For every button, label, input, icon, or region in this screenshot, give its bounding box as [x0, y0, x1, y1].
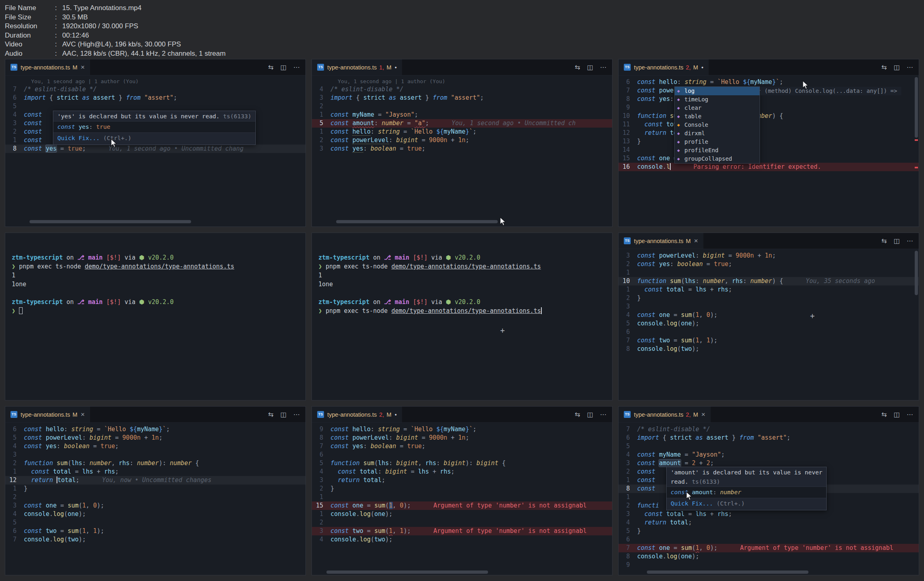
- more-actions-icon[interactable]: ⋯: [907, 63, 913, 71]
- horizontal-scrollbar[interactable]: [29, 220, 191, 223]
- horizontal-scrollbar[interactable]: [326, 571, 488, 574]
- suggest-item-Console[interactable]: ◆Console: [675, 121, 760, 129]
- code-token: );: [78, 510, 86, 518]
- tab-close-icon[interactable]: ×: [81, 64, 85, 71]
- code-token: =: [681, 451, 692, 458]
- tab-dirty-indicator[interactable]: ●: [395, 413, 397, 417]
- editor-tab[interactable]: TStype-annotations.tsM×: [5, 407, 90, 422]
- file-path-link[interactable]: demo/type-annotations/type-annotations.t…: [391, 307, 541, 315]
- split-editor-icon[interactable]: ◫: [280, 411, 286, 418]
- suggest-item-timeLog[interactable]: ◆timeLog: [675, 95, 760, 104]
- tab-dirty-indicator[interactable]: ●: [701, 65, 703, 69]
- split-editor-icon[interactable]: ◫: [894, 63, 900, 71]
- line-number: 3: [5, 451, 24, 459]
- suggest-item-table[interactable]: ◆table: [675, 112, 760, 121]
- more-actions-icon[interactable]: ⋯: [293, 63, 300, 71]
- method-icon: ◆: [677, 146, 684, 155]
- terminal-area[interactable]: ztm-typescript on ⎇ main [$!] via ⬢ v20.…: [312, 233, 612, 400]
- line-number: 7: [619, 425, 637, 434]
- split-editor-icon[interactable]: ◫: [280, 63, 286, 71]
- terminal-line: 1one: [318, 280, 612, 289]
- code-token: const: [24, 502, 46, 509]
- open-changes-icon[interactable]: ⇆: [268, 63, 273, 71]
- code-line: 4const myName = "Jayson";: [619, 451, 919, 459]
- code-line: 5console.log(one);: [619, 319, 919, 328]
- tab-problem-count: 2,: [379, 411, 384, 418]
- suggest-item-label: table: [684, 112, 701, 121]
- split-editor-icon[interactable]: ◫: [587, 63, 593, 71]
- more-actions-icon[interactable]: ⋯: [293, 411, 300, 418]
- diagnostic-message: 'amount' is declared but its value is ne…: [671, 469, 822, 476]
- vertical-scrollbar[interactable]: [915, 77, 918, 138]
- split-editor-icon[interactable]: ◫: [587, 411, 593, 418]
- code-token: number: [703, 277, 725, 285]
- suggest-item-dirxml[interactable]: ◆dirxml: [675, 129, 760, 138]
- code-token: (: [692, 311, 695, 319]
- quick-fix-link[interactable]: Quick Fix...: [671, 500, 713, 507]
- editor-tab[interactable]: TStype-annotations.tsM×: [5, 59, 90, 75]
- code-token: =: [396, 443, 407, 450]
- open-changes-icon[interactable]: ⇆: [881, 63, 886, 71]
- horizontal-scrollbar[interactable]: [647, 571, 808, 574]
- suggest-item-label: profile: [684, 138, 708, 146]
- open-changes-icon[interactable]: ⇆: [575, 63, 580, 71]
- code-token: .: [663, 345, 666, 352]
- open-changes-icon[interactable]: ⇆: [881, 237, 886, 245]
- quick-fix-link[interactable]: Quick Fix...: [57, 135, 100, 141]
- split-editor-icon[interactable]: ◫: [894, 411, 900, 418]
- code-token: yes: [78, 124, 89, 130]
- code-token: +: [447, 434, 458, 441]
- code-token: +: [93, 468, 104, 475]
- line-number: 6: [619, 434, 637, 442]
- code-text: const powerLevel: bigint = 9000n + 1n;: [330, 434, 469, 442]
- file-path-link[interactable]: demo/type-annotations/type-annotations.t…: [391, 263, 541, 270]
- suggest-item-log[interactable]: ◆log(method) Console.log(...data: any[])…: [675, 87, 760, 95]
- suggest-item-clear[interactable]: ◆clear: [675, 104, 760, 112]
- code-token: );: [710, 337, 718, 344]
- code-token: /* eslint-disable */: [330, 86, 404, 93]
- more-actions-icon[interactable]: ⋯: [907, 411, 913, 418]
- tab-problem-count: 2,: [686, 64, 691, 71]
- git-codelens[interactable]: You, 1 second ago | 1 author (You): [312, 77, 612, 85]
- code-token: ${: [436, 426, 444, 433]
- horizontal-scrollbar[interactable]: [336, 220, 498, 223]
- line-number: 4: [312, 85, 330, 94]
- code-token: }: [159, 426, 162, 433]
- suggest-item-profile[interactable]: ◆profile: [675, 138, 760, 146]
- editor-tab[interactable]: TStype-annotations.tsM×: [619, 233, 703, 249]
- tab-close-icon[interactable]: ×: [81, 411, 85, 418]
- vertical-scrollbar[interactable]: [915, 251, 918, 295]
- code-line: 4const yes: boolean = true;: [5, 442, 305, 451]
- tab-close-icon[interactable]: ×: [694, 237, 698, 244]
- suggest-item-groupCollapsed[interactable]: ◆groupCollapsed: [675, 155, 760, 163]
- code-token: log: [666, 345, 677, 352]
- split-editor-icon[interactable]: ◫: [894, 237, 900, 245]
- terminal-area[interactable]: ztm-typescript on ⎇ main [$!] via ⬢ v20.…: [5, 233, 305, 400]
- open-changes-icon[interactable]: ⇆: [881, 411, 886, 418]
- more-actions-icon[interactable]: ⋯: [907, 237, 913, 245]
- more-actions-icon[interactable]: ⋯: [600, 411, 606, 418]
- code-text: ztm-typescript on ⎇ main [$!] via ⬢ v20.…: [318, 253, 480, 262]
- editor-tab[interactable]: TStype-annotations.ts2,M●: [619, 59, 709, 75]
- code-text: /* eslint-disable */: [24, 85, 97, 94]
- code-token: =: [404, 120, 415, 127]
- more-actions-icon[interactable]: ⋯: [600, 63, 606, 71]
- open-changes-icon[interactable]: ⇆: [268, 411, 273, 418]
- editor-tab[interactable]: TStype-annotations.ts1,M●: [312, 59, 402, 75]
- suggest-item-profileEnd[interactable]: ◆profileEnd: [675, 146, 760, 155]
- tab-close-icon[interactable]: ×: [701, 411, 705, 418]
- code-token: sum: [670, 277, 681, 285]
- tab-git-status: M: [693, 411, 698, 418]
- tab-dirty-indicator[interactable]: ●: [395, 65, 397, 69]
- line-number: 7: [5, 535, 24, 544]
- code-token: sum: [67, 527, 78, 535]
- editor-tab[interactable]: TStype-annotations.ts2,M●: [312, 407, 402, 422]
- code-token: :: [370, 426, 378, 433]
- git-codelens[interactable]: You, 1 second ago | 1 author (You): [5, 77, 305, 85]
- panel-grid: TStype-annotations.tsM×⇆◫⋯You, 1 second …: [0, 59, 924, 579]
- editor-tab[interactable]: TStype-annotations.ts2,M×: [619, 407, 711, 422]
- code-token: rhs: [104, 468, 115, 475]
- code-token: one: [659, 155, 670, 162]
- open-changes-icon[interactable]: ⇆: [575, 411, 580, 418]
- file-path-link[interactable]: demo/type-annotations/type-annotations.t…: [85, 263, 234, 270]
